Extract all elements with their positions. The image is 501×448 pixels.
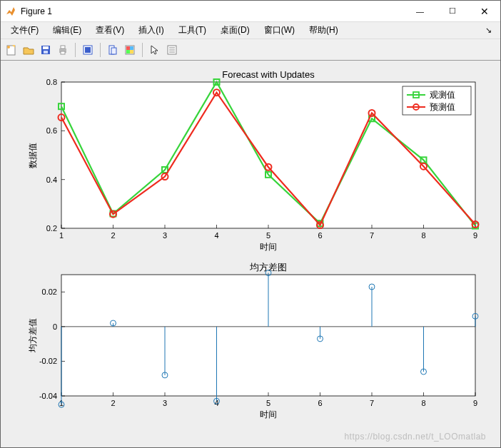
ytick-label: 0.6 xyxy=(46,126,57,135)
y-label: 数据值 xyxy=(28,143,38,168)
colorbar-button[interactable] xyxy=(122,42,138,58)
plot-canvas: 1234567890.20.40.60.8Forecast with Updat… xyxy=(1,61,500,446)
open-button[interactable] xyxy=(21,42,36,58)
link-button[interactable] xyxy=(105,42,121,58)
svg-rect-14 xyxy=(130,46,133,50)
xtick-label: 9 xyxy=(473,399,477,407)
legend-label: 预测值 xyxy=(430,102,455,112)
svg-rect-11 xyxy=(111,48,116,54)
print-preview-button[interactable] xyxy=(80,42,96,58)
menubar: 文件(F) 编辑(E) 查看(V) 插入(I) 工具(T) 桌面(D) 窗口(W… xyxy=(1,22,500,39)
svg-rect-9 xyxy=(85,47,91,53)
inspect-button[interactable] xyxy=(164,42,180,58)
ytick-label: 0.02 xyxy=(42,287,57,296)
svg-rect-7 xyxy=(61,51,65,54)
xtick-label: 5 xyxy=(266,231,270,240)
svg-point-1 xyxy=(7,46,10,49)
ytick-label: 0.2 xyxy=(46,224,57,233)
xtick-label: 3 xyxy=(163,231,167,240)
figure-area: 1234567890.20.40.60.8Forecast with Updat… xyxy=(1,61,500,447)
minimize-button[interactable]: — xyxy=(404,1,436,21)
ytick-label: -0.02 xyxy=(39,357,57,365)
xtick-label: 2 xyxy=(111,399,115,407)
dock-icon[interactable]: ↘ xyxy=(485,26,496,35)
menu-help[interactable]: 帮助(H) xyxy=(303,23,344,38)
menu-insert[interactable]: 插入(I) xyxy=(133,23,169,38)
axes-title: Forecast with Updates xyxy=(222,69,315,80)
x-label: 时间 xyxy=(260,242,277,252)
xtick-label: 7 xyxy=(370,231,374,240)
window-title: Figure 1 xyxy=(21,6,52,16)
svg-rect-3 xyxy=(43,46,49,49)
svg-rect-16 xyxy=(130,50,133,54)
xtick-label: 3 xyxy=(163,399,167,407)
ytick-label: 0 xyxy=(53,322,57,331)
xtick-label: 6 xyxy=(318,231,322,240)
ytick-label: 0.4 xyxy=(46,175,57,184)
xtick-label: 5 xyxy=(266,399,270,407)
xtick-label: 7 xyxy=(370,399,374,407)
ytick-label: 0.8 xyxy=(46,78,57,86)
x-label: 时间 xyxy=(260,409,277,419)
xtick-label: 6 xyxy=(318,399,322,407)
xtick-label: 8 xyxy=(421,231,425,240)
legend-label: 观测值 xyxy=(430,90,455,100)
matlab-logo-icon xyxy=(5,6,16,17)
xtick-label: 4 xyxy=(214,231,218,240)
axes-bottom[interactable]: 123456789-0.04-0.0200.02均方差图时间均方差值 xyxy=(28,262,478,419)
xtick-label: 8 xyxy=(421,399,425,407)
y-label: 均方差值 xyxy=(28,318,38,353)
axes-top[interactable]: 1234567890.20.40.60.8Forecast with Updat… xyxy=(28,69,479,252)
close-button[interactable]: ✕ xyxy=(468,1,500,21)
menu-file[interactable]: 文件(F) xyxy=(5,23,44,38)
axes-title: 均方差图 xyxy=(249,262,287,273)
titlebar: Figure 1 — ☐ ✕ xyxy=(1,1,500,22)
svg-rect-15 xyxy=(126,50,130,54)
menu-view[interactable]: 查看(V) xyxy=(90,23,130,38)
svg-rect-4 xyxy=(44,51,48,54)
toolbar xyxy=(1,39,500,61)
save-button[interactable] xyxy=(38,42,54,58)
menu-tools[interactable]: 工具(T) xyxy=(173,23,212,38)
print-button[interactable] xyxy=(55,42,71,58)
svg-rect-6 xyxy=(61,46,65,49)
menu-edit[interactable]: 编辑(E) xyxy=(47,23,87,38)
ytick-label: -0.04 xyxy=(39,392,57,400)
menu-desktop[interactable]: 桌面(D) xyxy=(215,23,255,38)
maximize-button[interactable]: ☐ xyxy=(436,1,468,21)
figure-window: Figure 1 — ☐ ✕ 文件(F) 编辑(E) 查看(V) 插入(I) 工… xyxy=(0,0,501,448)
xtick-label: 1 xyxy=(59,231,64,240)
xtick-label: 9 xyxy=(473,231,477,240)
menu-window[interactable]: 窗口(W) xyxy=(258,23,300,38)
xtick-label: 2 xyxy=(111,231,115,240)
new-figure-button[interactable] xyxy=(4,42,19,58)
cursor-button[interactable] xyxy=(147,42,163,58)
svg-rect-13 xyxy=(126,46,130,50)
